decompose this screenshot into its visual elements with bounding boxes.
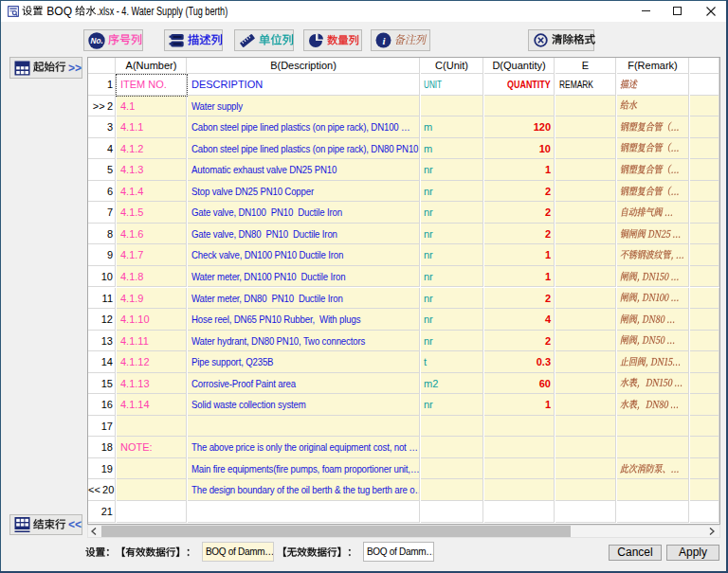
- svg-text:No.: No.: [91, 37, 103, 45]
